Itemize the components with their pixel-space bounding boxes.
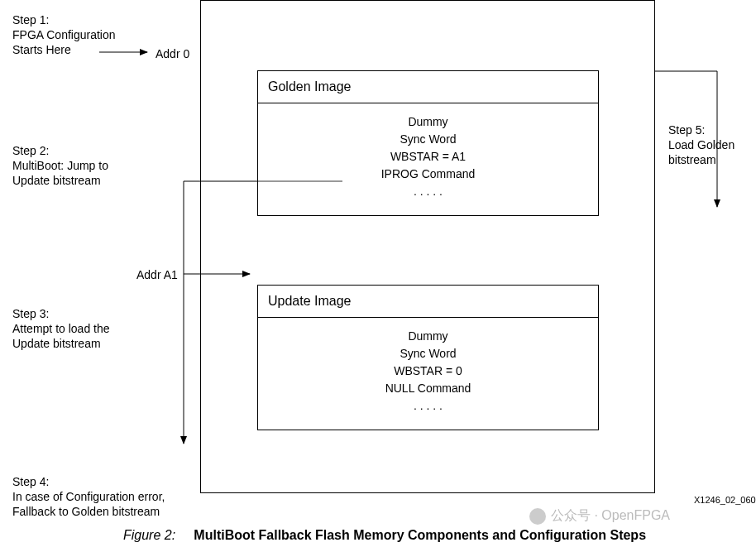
step5-label: Step 5: Load Golden bitstream: [668, 122, 751, 168]
watermark-text: 公众号 · OpenFPGA: [551, 507, 670, 525]
update-ellipsis: . . . . .: [258, 397, 598, 415]
golden-line4: IPROG Command: [258, 166, 598, 183]
step4-label: Step 4: In case of Configuration error, …: [12, 474, 194, 520]
watermark: 公众号 · OpenFPGA: [529, 507, 670, 525]
figure-ref: X1246_02_060815: [694, 495, 756, 505]
wechat-icon: [529, 508, 546, 525]
diagram-container: Golden Image Dummy Sync Word WBSTAR = A1…: [0, 0, 756, 552]
addr-0-label: Addr 0: [156, 47, 189, 60]
addr-a1-label: Addr A1: [136, 268, 178, 281]
update-line2: Sync Word: [258, 345, 598, 362]
update-line4: NULL Command: [258, 380, 598, 397]
golden-ellipsis: . . . . .: [258, 183, 598, 200]
golden-line1: Dummy: [258, 113, 598, 131]
step1-label: Step 1: FPGA Configuration Starts Here: [12, 12, 161, 58]
update-title: Update Image: [258, 286, 598, 318]
update-line1: Dummy: [258, 328, 598, 345]
golden-line3: WBSTAR = A1: [258, 148, 598, 166]
golden-title: Golden Image: [258, 71, 598, 103]
update-image-box: Update Image Dummy Sync Word WBSTAR = 0 …: [257, 285, 599, 430]
update-line3: WBSTAR = 0: [258, 362, 598, 380]
figure-caption: Figure 2: MultiBoot Fallback Flash Memor…: [66, 528, 703, 543]
step2-label: Step 2: MultiBoot: Jump to Update bitstr…: [12, 143, 161, 189]
golden-content: Dummy Sync Word WBSTAR = A1 IPROG Comman…: [258, 103, 598, 200]
figure-title: MultiBoot Fallback Flash Memory Componen…: [194, 528, 646, 542]
step3-label: Step 3: Attempt to load the Update bitst…: [12, 306, 161, 352]
update-content: Dummy Sync Word WBSTAR = 0 NULL Command …: [258, 318, 598, 415]
figure-label: Figure 2:: [123, 528, 175, 542]
golden-line2: Sync Word: [258, 131, 598, 148]
golden-image-box: Golden Image Dummy Sync Word WBSTAR = A1…: [257, 70, 599, 216]
